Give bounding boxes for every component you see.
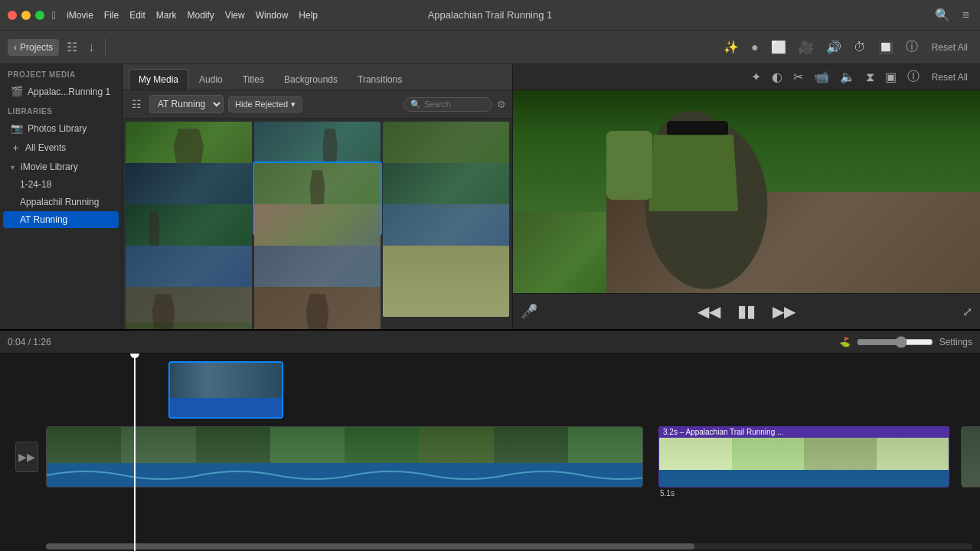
second-clip-thumb [877,438,949,470]
view-toggle-button[interactable]: ☷ [64,38,80,56]
app-wrapper:  iMovie File Edit Mark Modify View Wind… [0,0,980,551]
timeline-tracks[interactable]: ▶▶ [0,354,980,551]
audio-tool-icon[interactable]: 🔈 [837,68,858,86]
menu-window[interactable]: Window [256,10,289,21]
menu-edit[interactable]: Edit [129,10,145,21]
speed-tool-icon[interactable]: ⧗ [863,69,877,86]
disclosure-icon: ▾ [11,163,15,171]
clip-info-icon[interactable]: Ⓘ [904,67,923,86]
enhance-wand-icon[interactable]: ✦ [748,68,764,86]
tab-titles[interactable]: Titles [234,69,273,90]
clip-thumb-segment [121,427,195,463]
search-button[interactable]: 🔍 [932,6,953,24]
projects-label: Projects [20,42,53,53]
grid-settings-icon[interactable]: ⚙ [497,99,506,110]
video-overlay-icon[interactable]: 📹 [811,68,832,86]
enhance-icon[interactable]: ✨ [720,38,742,56]
media-thumb[interactable] [254,287,381,329]
reset-all-button[interactable]: Reset All [927,41,972,54]
sidebar-item-date[interactable]: 1-24-18 [3,176,119,193]
menu-mark[interactable]: Mark [156,10,177,21]
playhead-handle [130,354,139,358]
speed-icon[interactable]: ⏱ [851,39,869,56]
tab-my-media[interactable]: My Media [129,69,188,90]
filter-dropdown-icon: ▾ [291,99,296,109]
menu-bar:  iMovie File Edit Mark Modify View Wind… [52,9,318,21]
second-clip-thumbnails [659,438,949,470]
fullscreen-button[interactable]: ⤢ [962,305,972,319]
zoom-slider[interactable] [857,336,933,348]
broll-clip[interactable] [168,361,283,419]
media-thumb[interactable] [126,287,252,329]
reset-all-btn[interactable]: Reset All [927,70,972,84]
all-events-label: All Events [25,142,66,153]
play-pause-button[interactable]: ▮▮ [733,300,760,323]
media-thumb[interactable] [383,246,509,317]
photos-label: Photos Library [28,123,87,134]
libraries-header: LIBRARIES [0,101,122,119]
audio-icon[interactable]: 🔊 [823,38,844,56]
sidebar-item-imovie-library[interactable]: ▾ iMovie Library [3,158,119,175]
main-clip-row: ▶▶ [46,426,972,487]
menu-view[interactable]: View [225,10,245,21]
rewind-button[interactable]: ◀◀ [693,301,725,322]
timeline-scrollbar-thumb[interactable] [46,543,694,549]
tab-backgrounds[interactable]: Backgrounds [275,69,347,90]
second-clip-body[interactable] [658,438,949,487]
crop-icon[interactable]: ⬜ [768,38,789,56]
settings-label[interactable]: Settings [939,337,972,347]
color-icon[interactable]: ● [748,39,762,56]
fast-forward-button[interactable]: ▶▶ [768,301,800,322]
list-view-button[interactable]: ≡ [959,7,972,24]
timeline-scrollbar-track [46,543,972,549]
person-overlay-small2 [299,294,337,329]
minimize-button[interactable] [21,11,31,20]
toggle-layout-icon[interactable]: ☷ [129,96,145,112]
skip-icon[interactable]: ▶▶ [15,442,38,472]
title-bar:  iMovie File Edit Mark Modify View Wind… [0,0,980,31]
filter-icon[interactable]: 🔲 [875,38,897,56]
sidebar-item-project[interactable]: 🎬 Appalac...Running 1 [3,83,119,100]
date-label: 1-24-18 [20,179,51,190]
clip-thumb-segment [494,427,568,463]
tab-transitions[interactable]: Transitions [348,69,411,90]
maximize-button[interactable] [35,11,44,20]
clip-thumb-segment [419,427,493,463]
media-grid: 11.9s + [122,119,512,329]
clip-thumb-segment [568,427,642,463]
clip-thumb-segment [47,427,121,463]
color-wheel-icon[interactable]: ◐ [769,68,786,86]
search-input[interactable] [424,99,485,109]
hide-rejected-button[interactable]: Hide Rejected ▾ [228,96,302,112]
album-selector[interactable]: AT Running [149,95,224,113]
crop-tool-icon[interactable]: ✂ [790,68,806,86]
sidebar-item-all-events[interactable]: ＋ All Events [3,138,119,158]
sidebar-item-at-running[interactable]: AT Running [3,211,119,228]
camera-icon[interactable]: 🎥 [795,38,817,56]
menu-modify[interactable]: Modify [188,10,214,21]
second-clip-thumb [804,438,877,470]
third-clip[interactable] [961,426,980,487]
media-panel: My Media Audio Titles Backgrounds Transi… [122,64,513,329]
timecode-display: 0:04 / 1:26 [8,337,51,347]
info-icon[interactable]: ⓘ [903,37,921,57]
sidebar: PROJECT MEDIA 🎬 Appalac...Running 1 LIBR… [0,64,122,329]
clip-thumb-segment [196,427,270,463]
sidebar-item-photos[interactable]: 📷 Photos Library [3,119,119,137]
projects-button[interactable]: ‹ Projects [8,39,59,56]
microphone-button[interactable]: 🎤 [521,303,537,320]
tab-audio[interactable]: Audio [190,69,232,90]
tracks-inner: ▶▶ [0,354,980,551]
import-button[interactable]: ↓ [85,39,97,56]
clip-thumb-segment [270,427,345,463]
sidebar-item-appalachil-running[interactable]: Appalachil Running [3,194,119,210]
clip-thumb-segment [345,427,419,463]
menu-help[interactable]: Help [299,10,318,21]
close-button[interactable] [8,11,17,20]
all-events-icon: ＋ [11,141,21,155]
clip-filter-icon[interactable]: ▣ [882,68,900,86]
menu-imovie[interactable]: iMovie [67,10,93,21]
search-box: 🔍 [403,97,492,112]
main-clip[interactable] [46,426,643,487]
menu-file[interactable]: File [104,10,119,21]
